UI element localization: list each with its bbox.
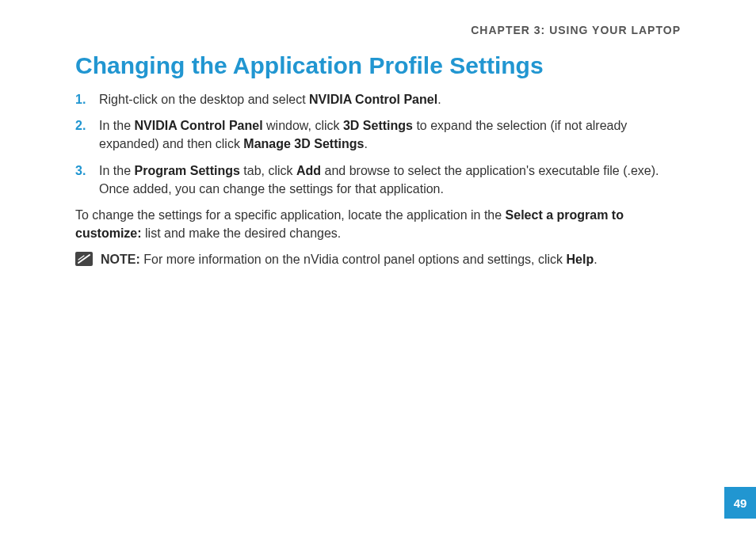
note-text: NOTE: For more information on the nVidia…: [101, 250, 681, 268]
bold-text: NVIDIA Control Panel: [134, 119, 262, 132]
text-run: window, click: [263, 119, 343, 132]
page-title: Changing the Application Profile Setting…: [75, 52, 681, 79]
note-icon: [75, 252, 93, 266]
bold-text: Manage 3D Settings: [243, 137, 364, 150]
step-number: 2.: [75, 116, 99, 153]
text-run: Right-click on the desktop and select: [99, 93, 309, 106]
page-number: 49: [724, 487, 756, 519]
step-item: 2. In the NVIDIA Control Panel window, c…: [75, 116, 681, 153]
bold-text: Program Settings: [134, 164, 239, 177]
step-body: In the Program Settings tab, click Add a…: [99, 162, 681, 198]
text-run: .: [594, 253, 597, 266]
bold-text: Help: [567, 253, 594, 266]
body-paragraph: To change the settings for a specific ap…: [75, 206, 681, 242]
step-body: In the NVIDIA Control Panel window, clic…: [99, 116, 681, 153]
step-number: 1.: [75, 90, 99, 108]
note-label: NOTE:: [101, 253, 140, 266]
step-item: 3. In the Program Settings tab, click Ad…: [75, 162, 681, 198]
text-run: To change the settings for a specific ap…: [75, 208, 506, 222]
document-page: CHAPTER 3: USING YOUR LAPTOP Changing th…: [0, 0, 756, 269]
step-item: 1. Right-click on the desktop and select…: [75, 90, 681, 108]
text-run: list and make the desired changes.: [142, 226, 342, 240]
chapter-header: CHAPTER 3: USING YOUR LAPTOP: [75, 24, 681, 36]
text-run: In the: [99, 119, 134, 132]
bold-text: NVIDIA Control Panel: [309, 93, 437, 106]
step-number: 3.: [75, 162, 99, 198]
steps-list: 1. Right-click on the desktop and select…: [75, 90, 681, 198]
text-run: .: [437, 93, 441, 106]
bold-text: Add: [296, 164, 321, 177]
text-run: In the: [99, 164, 134, 177]
step-body: Right-click on the desktop and select NV…: [99, 90, 681, 108]
text-run: tab, click: [240, 164, 296, 177]
bold-text: 3D Settings: [343, 119, 413, 132]
text-run: .: [364, 137, 367, 150]
text-run: For more information on the nVidia contr…: [140, 253, 567, 266]
note-box: NOTE: For more information on the nVidia…: [75, 250, 681, 268]
